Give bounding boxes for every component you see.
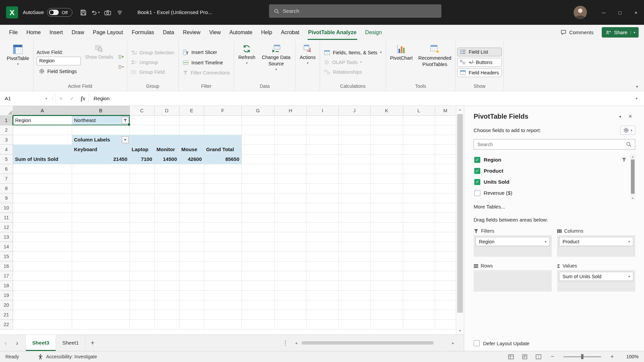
cell-D12[interactable] [154,222,179,232]
cell-J20[interactable] [338,300,370,310]
cell-E21[interactable] [179,310,204,319]
row-header-10[interactable]: 10 [0,203,13,213]
row-header-14[interactable]: 14 [0,242,13,251]
cell-E9[interactable] [179,193,204,203]
more-tables-link[interactable]: More Tables... [474,204,635,209]
cell-L15[interactable] [403,251,435,261]
cell-L12[interactable] [403,222,435,232]
row-header-19[interactable]: 19 [0,290,13,300]
menu-tab-draw[interactable]: Draw [67,25,88,40]
cell-E6[interactable] [179,164,204,174]
cell-M1[interactable] [435,115,456,125]
row-header-16[interactable]: 16 [0,261,13,271]
cell-H11[interactable] [274,213,307,222]
cell-D21[interactable] [154,310,179,319]
cell-M16[interactable] [435,261,456,271]
cell-M17[interactable] [435,271,456,281]
cell-A22[interactable] [13,319,72,329]
cell-L10[interactable] [403,203,435,213]
cell-J5[interactable] [338,154,370,164]
cell-A7[interactable] [13,174,72,183]
search-input[interactable] [283,8,437,14]
column-header-E[interactable]: E [179,106,204,115]
scroll-up-icon[interactable]: ▲ [630,154,635,159]
collapse-ribbon-chevron-icon[interactable]: ▾ [636,84,638,89]
active-field-input[interactable]: Region [37,57,81,65]
cell-A2[interactable] [13,125,72,135]
cell-K17[interactable] [370,271,403,281]
search-box[interactable] [269,4,441,18]
cell-F15[interactable] [204,251,241,261]
cell-J16[interactable] [338,261,370,271]
cell-I17[interactable] [307,271,338,281]
field-headers-toggle[interactable]: Field Headers [457,68,501,77]
cell-L3[interactable] [403,135,435,144]
zoom-out-button[interactable]: − [549,353,555,360]
cell-F20[interactable] [204,300,241,310]
cell-E19[interactable] [179,290,204,300]
cell-D15[interactable] [154,251,179,261]
cell-I20[interactable] [307,300,338,310]
cell-B7[interactable] [72,174,129,183]
menu-tab-design[interactable]: Design [361,25,386,40]
cell-G10[interactable] [241,203,274,213]
row-header-5[interactable]: 5 [0,154,13,164]
cell-J4[interactable] [338,144,370,154]
cell-I4[interactable] [307,144,338,154]
chevron-down-icon[interactable]: ▾ [45,97,48,100]
column-header-J[interactable]: J [338,106,370,115]
cell-K7[interactable] [370,174,403,183]
field-checkbox-product[interactable]: ✓ [474,168,480,174]
cell-B12[interactable] [72,222,129,232]
cell-F5[interactable]: 85650 [204,154,241,164]
cell-H3[interactable] [274,135,307,144]
cell-E1[interactable] [179,115,204,125]
menu-tab-file[interactable]: File [5,25,22,40]
cell-L17[interactable] [403,271,435,281]
cell-I22[interactable] [307,319,338,329]
cell-J6[interactable] [338,164,370,174]
cell-A4[interactable] [13,144,72,154]
cell-K22[interactable] [370,319,403,329]
area-well-columns[interactable]: Product▾ [557,235,635,257]
cell-E22[interactable] [179,319,204,329]
cell-J10[interactable] [338,203,370,213]
cell-B6[interactable] [72,164,129,174]
cell-C17[interactable] [129,271,154,281]
row-header-21[interactable]: 21 [0,310,13,319]
cell-M14[interactable] [435,242,456,251]
cell-F22[interactable] [204,319,241,329]
cell-A1[interactable]: Region [13,115,72,125]
sheet-tab-sheet3[interactable]: Sheet3 [25,335,56,351]
cell-C18[interactable] [129,281,154,290]
cell-B1[interactable]: Northeast [72,115,129,125]
cell-M13[interactable] [435,232,456,242]
cell-C12[interactable] [129,222,154,232]
cell-I18[interactable] [307,281,338,290]
vertical-scroll-thumb[interactable] [457,114,463,313]
field-list-toggle[interactable]: Field List [457,48,501,56]
cell-H17[interactable] [274,271,307,281]
cell-L2[interactable] [403,125,435,135]
cell-K10[interactable] [370,203,403,213]
new-sheet-button[interactable]: + [86,335,100,351]
cell-A6[interactable] [13,164,72,174]
cell-E18[interactable] [179,281,204,290]
cell-E7[interactable] [179,174,204,183]
menu-tab-data[interactable]: Data [158,25,178,40]
cell-M5[interactable] [435,154,456,164]
cell-F17[interactable] [204,271,241,281]
plus-minus-buttons-toggle[interactable]: +/- Buttons [457,58,501,67]
row-header-1[interactable]: 1 [0,115,13,125]
cell-M18[interactable] [435,281,456,290]
cell-C21[interactable] [129,310,154,319]
scroll-right-icon[interactable]: ► [450,341,456,345]
cell-I11[interactable] [307,213,338,222]
cell-D22[interactable] [154,319,179,329]
minimize-button[interactable]: ─ [596,0,612,25]
cell-E8[interactable] [179,183,204,193]
area-well-filters[interactable]: Region▾ [474,235,552,257]
column-header-M[interactable]: M [435,106,456,115]
cell-E2[interactable] [179,125,204,135]
menu-tab-help[interactable]: Help [257,25,277,40]
